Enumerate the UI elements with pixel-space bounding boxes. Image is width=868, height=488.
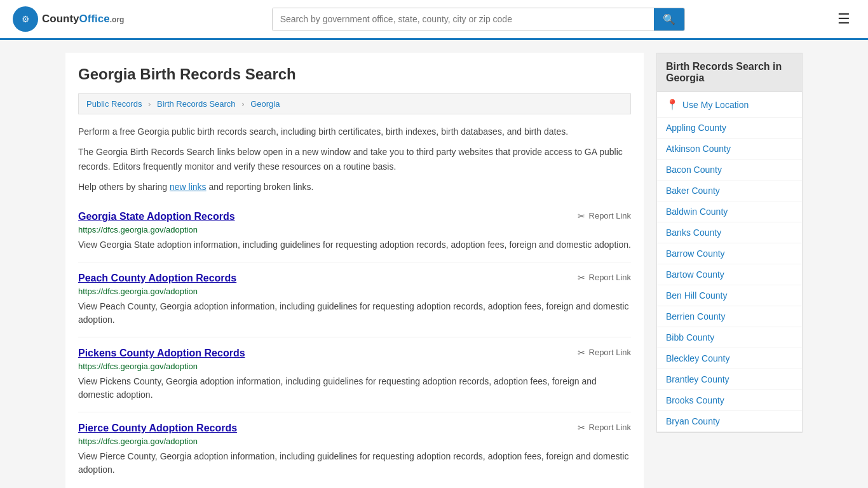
county-link-9[interactable]: Berrien County [657,306,802,327]
breadcrumb-sep-2: › [241,99,244,109]
county-link-14[interactable]: Bryan County [657,411,802,431]
breadcrumb-sep-1: › [148,99,151,109]
record-title-2[interactable]: Pickens County Adoption Records [78,348,245,359]
logo-area: ⚙ CountyOffice.org [13,6,124,32]
sidebar: Birth Records Search in Georgia 📍 Use My… [656,53,803,488]
use-my-location[interactable]: 📍 Use My Location [657,92,802,118]
breadcrumb: Public Records › Birth Records Search › … [78,93,631,114]
report-icon-1: ✂ [578,273,585,283]
sidebar-box: Birth Records Search in Georgia 📍 Use My… [656,53,803,433]
use-location-label: Use My Location [682,100,749,110]
county-link-8[interactable]: Ben Hill County [657,285,802,306]
county-link-12[interactable]: Brantley County [657,369,802,390]
report-icon-0: ✂ [578,211,585,221]
description-3-suffix: and reporting broken links. [207,182,314,192]
county-link-0[interactable]: Appling County [657,118,802,138]
main-container: Georgia Birth Records Search Public Reco… [53,40,815,488]
list-item: Banks County [657,222,802,243]
record-desc-0: View Georgia State adoption information,… [78,238,631,252]
report-link-3[interactable]: ✂ Report Link [578,423,631,433]
county-link-5[interactable]: Banks County [657,222,802,243]
sidebar-title: Birth Records Search in Georgia [657,53,802,92]
record-item: Peach County Adoption Records ✂ Report L… [78,262,631,337]
breadcrumb-birth-records-search[interactable]: Birth Records Search [157,99,236,109]
list-item: Atkinson County [657,139,802,159]
location-pin-icon: 📍 [666,98,679,111]
record-desc-2: View Pickens County, Georgia adoption in… [78,375,631,402]
record-title-0[interactable]: Georgia State Adoption Records [78,211,235,222]
search-button[interactable]: 🔍 [654,8,684,30]
list-item: Appling County [657,118,802,139]
new-links-link[interactable]: new links [170,182,207,192]
report-icon-2: ✂ [578,348,585,358]
record-desc-1: View Peach County, Georgia adoption info… [78,300,631,327]
record-url-3[interactable]: https://dfcs.georgia.gov/adoption [78,437,631,446]
logo-icon: ⚙ [13,6,38,32]
list-item: Barrow County [657,243,802,264]
hamburger-icon: ☰ [837,11,850,27]
record-title-3[interactable]: Pierce County Adoption Records [78,423,237,434]
list-item: Bleckley County [657,348,802,369]
record-url-0[interactable]: https://dfcs.georgia.gov/adoption [78,225,631,234]
search-area: 🔍 [272,8,685,31]
list-item: Baker County [657,180,802,201]
record-title-1[interactable]: Peach County Adoption Records [78,273,236,284]
svg-text:⚙: ⚙ [22,14,30,24]
list-item: Ben Hill County [657,285,802,306]
header: ⚙ CountyOffice.org 🔍 ☰ [0,0,868,40]
search-icon: 🔍 [663,14,675,25]
list-item: Bartow County [657,264,802,285]
breadcrumb-public-records[interactable]: Public Records [86,99,142,109]
records-list: Georgia State Adoption Records ✂ Report … [78,201,631,487]
county-list: Appling CountyAtkinson CountyBacon Count… [657,118,802,432]
record-item: Pickens County Adoption Records ✂ Report… [78,337,631,412]
county-link-6[interactable]: Barrow County [657,243,802,264]
record-desc-3: View Pierce County, Georgia adoption inf… [78,450,631,477]
description-3-prefix: Help others by sharing [78,182,170,192]
county-link-2[interactable]: Bacon County [657,159,802,180]
list-item: Bryan County [657,411,802,432]
menu-button[interactable]: ☰ [832,8,855,30]
county-link-3[interactable]: Baker County [657,180,802,201]
county-link-10[interactable]: Bibb County [657,327,802,348]
record-item: Pierce County Adoption Records ✂ Report … [78,412,631,487]
list-item: Bibb County [657,327,802,348]
report-link-2[interactable]: ✂ Report Link [578,348,631,358]
list-item: Brooks County [657,390,802,411]
description-1: Perform a free Georgia public birth reco… [78,125,631,139]
page-title: Georgia Birth Records Search [78,65,631,83]
list-item: Berrien County [657,306,802,327]
record-item: Georgia State Adoption Records ✂ Report … [78,201,631,262]
record-url-1[interactable]: https://dfcs.georgia.gov/adoption [78,287,631,296]
report-link-1[interactable]: ✂ Report Link [578,273,631,283]
content-area: Georgia Birth Records Search Public Reco… [65,53,644,488]
county-link-13[interactable]: Brooks County [657,390,802,410]
description-2: The Georgia Birth Records Search links b… [78,145,631,173]
search-input[interactable] [273,8,654,30]
list-item: Brantley County [657,369,802,390]
report-link-0[interactable]: ✂ Report Link [578,211,631,221]
county-link-4[interactable]: Baldwin County [657,201,802,222]
breadcrumb-georgia[interactable]: Georgia [250,99,280,109]
list-item: Baldwin County [657,201,802,222]
county-link-11[interactable]: Bleckley County [657,348,802,369]
record-url-2[interactable]: https://dfcs.georgia.gov/adoption [78,362,631,371]
logo-text: CountyOffice.org [42,13,124,25]
report-icon-3: ✂ [578,423,585,433]
county-link-7[interactable]: Bartow County [657,264,802,285]
county-link-1[interactable]: Atkinson County [657,139,802,159]
list-item: Bacon County [657,159,802,180]
description-3: Help others by sharing new links and rep… [78,180,631,194]
